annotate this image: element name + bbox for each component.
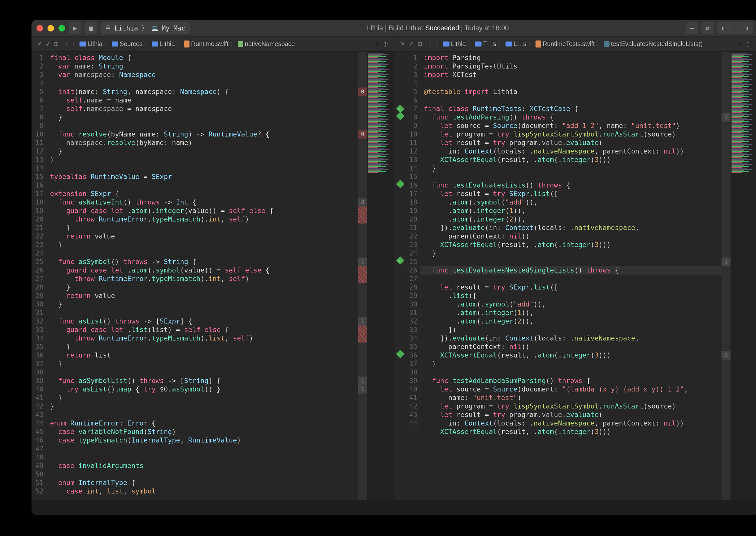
related-items-icon[interactable]: ⊞ (417, 41, 422, 47)
toggle-inspector-button[interactable]: ◨ (741, 22, 753, 34)
test-success-icon[interactable] (396, 256, 405, 265)
expand-icon[interactable]: ⤢ (409, 41, 413, 47)
toggle-navigator-button[interactable]: ◧ (717, 22, 729, 34)
editor-body: ✕ ⤢ ⊞ 〈 〉 Lithia〉 Sources〉 Lithia〉 Runti… (31, 37, 756, 500)
activity-status[interactable]: Lithia | Build Lithia: Succeeded | Today… (194, 24, 682, 32)
right-pathbar: ✕ ⤢ ⊞ 〈 〉 Lithia〉 T…s〉 L…s〉 RuntimeTests… (395, 37, 756, 51)
test-success-icon[interactable] (396, 112, 405, 120)
left-coverage-annotations: 0 0 8 1 1 11 (358, 51, 367, 500)
test-success-icon[interactable] (396, 180, 405, 188)
right-minimap[interactable] (731, 51, 756, 500)
back-icon[interactable]: 〈 (62, 40, 68, 48)
right-editor-pane: ✕ ⤢ ⊞ 〈 〉 Lithia〉 T…s〉 L…s〉 RuntimeTests… (395, 37, 756, 500)
adjust-editor-icon[interactable]: ▯⁺ (383, 41, 389, 47)
outline-icon[interactable]: ≡ (376, 41, 379, 47)
code-review-button[interactable]: ⇄ (702, 22, 713, 34)
breadcrumb[interactable]: testEvaluatesNestedSingleLists() (604, 40, 703, 48)
destination-icon: 💻 (151, 25, 158, 31)
adjust-editor-icon[interactable]: ▯⁺ (746, 41, 752, 47)
right-gutter[interactable]: 1234567891011121314151617181920212223242… (406, 51, 420, 500)
outline-icon[interactable]: ≡ (739, 41, 742, 47)
scheme-icon: 🏛 (106, 25, 111, 31)
breadcrumb[interactable]: Lithia (152, 40, 175, 48)
minimize-window-button[interactable] (48, 25, 54, 31)
left-pathbar: ✕ ⤢ ⊞ 〈 〉 Lithia〉 Sources〉 Lithia〉 Runti… (31, 37, 395, 51)
forward-icon[interactable]: 〉 (72, 40, 78, 48)
left-minimap[interactable] (367, 51, 395, 500)
stop-button[interactable]: ■ (85, 22, 97, 34)
scheme-name: Lithia (115, 24, 138, 32)
toggle-debug-button[interactable]: ▭ (729, 22, 741, 34)
right-code-editor[interactable]: import Parsing import ParsingTestUtils i… (420, 51, 722, 500)
breadcrumb[interactable]: RuntimeTests.swift (536, 40, 595, 48)
panel-toggle-group: ◧ ▭ ◨ (717, 22, 753, 34)
left-editor-pane: ✕ ⤢ ⊞ 〈 〉 Lithia〉 Sources〉 Lithia〉 Runti… (31, 37, 395, 500)
titlebar: ▶ ■ 🏛 Lithia 〉 💻 My Mac Lithia | Build L… (31, 20, 756, 37)
expand-icon[interactable]: ⤢ (46, 41, 50, 47)
forward-icon[interactable]: 〉 (436, 40, 441, 48)
add-button[interactable]: ＋ (686, 22, 698, 34)
back-icon[interactable]: 〈 (426, 40, 432, 48)
right-coverage-annotations: 1 1 1 (721, 51, 731, 500)
breadcrumb[interactable]: Lithia (80, 40, 103, 48)
right-test-gutter[interactable] (395, 51, 406, 500)
traffic-lights (37, 25, 65, 31)
related-items-icon[interactable]: ⊞ (54, 41, 58, 47)
breadcrumb[interactable]: Sources (112, 40, 143, 48)
test-success-icon[interactable] (396, 350, 405, 358)
breadcrumb[interactable]: L…s (506, 40, 526, 48)
close-editor-icon[interactable]: ✕ (37, 41, 42, 47)
destination-name: My Mac (162, 24, 185, 32)
left-gutter[interactable]: 1234567891011121314151617181920212223242… (31, 51, 47, 500)
scheme-selector[interactable]: 🏛 Lithia 〉 💻 My Mac (101, 22, 190, 34)
breadcrumb[interactable]: Lithia (443, 40, 466, 48)
left-code-editor[interactable]: final class Module { var name: String va… (47, 51, 358, 500)
run-button[interactable]: ▶ (69, 22, 81, 34)
close-editor-icon[interactable]: ✕ (401, 41, 405, 47)
zoom-window-button[interactable] (58, 25, 65, 31)
close-window-button[interactable] (37, 25, 43, 31)
breadcrumb[interactable]: T…s (475, 40, 496, 48)
breadcrumb[interactable]: nativeNamespace (238, 40, 295, 48)
xcode-window: ▶ ■ 🏛 Lithia 〉 💻 My Mac Lithia | Build L… (31, 20, 756, 515)
breadcrumb[interactable]: Runtime.swift (184, 40, 228, 48)
